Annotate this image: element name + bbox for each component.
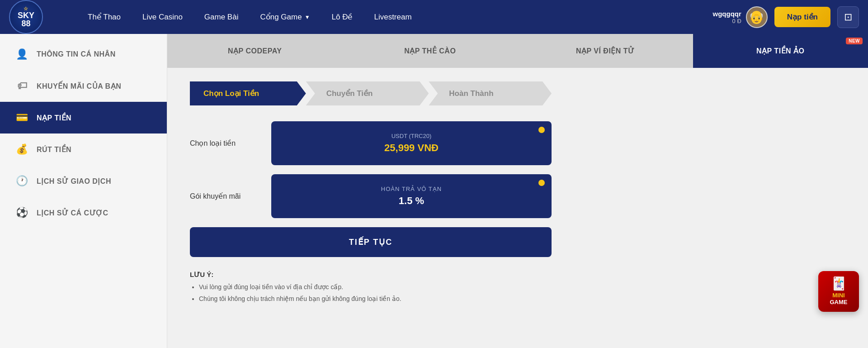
settings-icon-button[interactable]: ⊡ — [837, 6, 859, 28]
mini-game-label-1: MINI — [832, 292, 844, 299]
nav-item-livestream[interactable]: Livestream — [363, 0, 422, 34]
form-content: Chọn Loại Tiền Chuyển Tiền Hoàn Thành Ch… — [167, 68, 574, 319]
sidebar: 👤 Thông Tin Cá Nhân 🏷 Khuyến Mãi Của Bạn… — [0, 34, 167, 348]
nav-item-lo-de[interactable]: Lô Đề — [321, 0, 363, 34]
nav-item-cong-game[interactable]: Cổng Game ▼ — [249, 0, 321, 34]
user-name-balance: wgqgqqr 0 Đ — [713, 10, 741, 24]
tab-nap-the-cao[interactable]: Nạp Thẻ Cào — [343, 34, 518, 68]
promo-field[interactable]: HOÀN TRẢ VÔ TẠN 1.5 % — [271, 174, 552, 218]
user-info: wgqgqqr 0 Đ 👴 — [713, 6, 768, 28]
promo-subtitle: HOÀN TRẢ VÔ TẠN — [280, 186, 542, 192]
steps-bar: Chọn Loại Tiền Chuyển Tiền Hoàn Thành — [190, 81, 552, 105]
currency-label: Chọn loại tiền — [190, 139, 262, 148]
nav-menu: Thể Thao Live Casino Game Bài Cổng Game … — [63, 0, 713, 34]
user-balance: 0 Đ — [713, 18, 741, 24]
sidebar-item-lich-su-ca-cuoc[interactable]: ⚽ Lịch Sử Cá Cược — [0, 197, 167, 229]
currency-row: Chọn loại tiền USDT (TRC20) 25,999 VNĐ — [190, 121, 552, 165]
step-chuyen-tien: Chuyển Tiền — [306, 81, 429, 105]
mini-game-cards-icon: 🃏 — [831, 277, 847, 290]
notes-title: LƯU Ý: — [190, 271, 552, 279]
chevron-down-icon: ▼ — [305, 14, 310, 20]
promo-value: 1.5 % — [280, 195, 542, 207]
promo-row: Gói khuyến mãi HOÀN TRẢ VÔ TẠN 1.5 % — [190, 174, 552, 218]
bet-history-icon: ⚽ — [16, 207, 28, 219]
mini-game-widget[interactable]: 🃏 MINI GAME — [818, 271, 859, 312]
withdraw-icon: 💰 — [16, 143, 28, 155]
sidebar-item-thong-tin-ca-nhan[interactable]: 👤 Thông Tin Cá Nhân — [0, 38, 167, 70]
step-chon-loai-tien: Chọn Loại Tiền — [190, 81, 306, 105]
promo-icon: 🏷 — [16, 80, 28, 92]
sidebar-item-rut-tien[interactable]: 💰 Rút Tiền — [0, 133, 167, 165]
field-selected-dot — [538, 127, 545, 133]
sidebar-item-khuyen-mai[interactable]: 🏷 Khuyến Mãi Của Bạn — [0, 70, 167, 102]
mini-game-label-2: GAME — [830, 299, 848, 305]
user-name: wgqgqqr — [713, 10, 741, 18]
header-right: wgqgqqr 0 Đ 👴 Nạp tiền ⊡ — [713, 6, 859, 28]
avatar-image: 👴 — [749, 10, 764, 24]
deposit-icon: 💳 — [16, 112, 28, 124]
nav-item-the-thao[interactable]: Thể Thao — [77, 0, 132, 34]
promo-label: Gói khuyến mãi — [190, 192, 262, 200]
user-icon: 👤 — [16, 48, 28, 60]
tab-nap-codepay[interactable]: Nạp Codepay — [167, 34, 343, 68]
sidebar-item-lich-su-giao-dich[interactable]: 🕐 Lịch Sử Giao Dịch — [0, 165, 167, 197]
avatar[interactable]: 👴 — [746, 6, 768, 28]
tabs-bar: Nạp Codepay Nạp Thẻ Cào Nạp Ví Điện Tử N… — [167, 34, 868, 68]
sidebar-item-nap-tien[interactable]: 💳 Nạp Tiền — [0, 102, 167, 133]
notes-list: Vui lòng gửi đúng loại tiền vào ví địa c… — [190, 282, 552, 304]
note-item-2: Chúng tôi không chịu trách nhiệm nếu bạn… — [199, 294, 552, 304]
currency-field[interactable]: USDT (TRC20) 25,999 VNĐ — [271, 121, 552, 165]
currency-value: 25,999 VNĐ — [280, 142, 542, 154]
continue-button[interactable]: TIẾP TỤC — [190, 227, 552, 257]
notes-section: LƯU Ý: Vui lòng gửi đúng loại tiền vào v… — [190, 271, 552, 304]
promo-selected-dot — [538, 180, 545, 186]
history-icon: 🕐 — [16, 175, 28, 187]
logo-circle: ☆SKY88 — [9, 0, 43, 34]
header: ☆SKY88 Thể Thao Live Casino Game Bài Cổn… — [0, 0, 868, 34]
nav-item-game-bai[interactable]: Game Bài — [193, 0, 250, 34]
nav-item-live-casino[interactable]: Live Casino — [132, 0, 193, 34]
nap-tien-header-button[interactable]: Nạp tiền — [774, 7, 830, 27]
logo[interactable]: ☆SKY88 — [9, 0, 63, 34]
logo-text: ☆SKY88 — [18, 6, 34, 28]
main-layout: 👤 Thông Tin Cá Nhân 🏷 Khuyến Mãi Của Bạn… — [0, 34, 868, 348]
main-content: Nạp Codepay Nạp Thẻ Cào Nạp Ví Điện Tử N… — [167, 34, 868, 348]
note-item-1: Vui lòng gửi đúng loại tiền vào ví địa c… — [199, 282, 552, 292]
tab-nap-vi-dien-tu[interactable]: Nạp Ví Điện Tử — [518, 34, 693, 68]
currency-subtitle: USDT (TRC20) — [280, 133, 542, 139]
step-hoan-thanh: Hoàn Thành — [429, 81, 552, 105]
settings-icon: ⊡ — [844, 11, 852, 23]
tab-nap-tien-ao[interactable]: Nạp Tiền Ảo — [693, 34, 868, 68]
